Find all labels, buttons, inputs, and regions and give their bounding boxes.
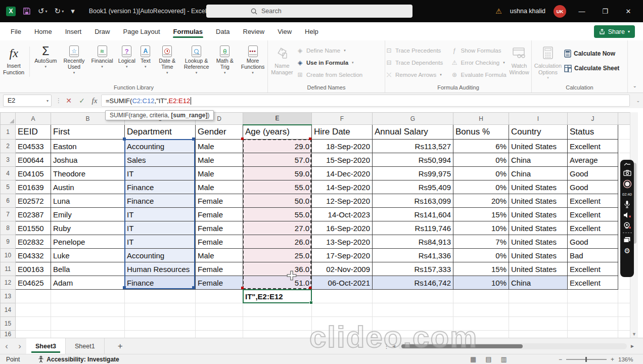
grid-cell[interactable] [312,303,373,317]
column-header-A[interactable]: A [16,113,51,125]
cell-status-3[interactable]: Average [568,153,618,167]
cell-hire-4[interactable]: 14-Dec-2020 [312,167,373,180]
cell-age-10[interactable]: 25.0 [243,249,312,262]
grid-cell[interactable] [509,317,568,331]
cell-bonus-8[interactable]: 10% [453,221,509,235]
cell-salary-3[interactable]: Rs50,994 [373,153,453,167]
cell-eeid-2[interactable]: E04533 [16,140,51,153]
header-cell[interactable]: Bonus % [453,125,509,140]
cell-status-9[interactable]: Good [568,235,618,249]
grid-cell[interactable] [196,290,243,303]
warning-icon[interactable]: ⚠ [495,7,502,15]
define-name-button[interactable]: ◈ Define Name▾ [296,46,362,56]
formula-input[interactable]: =SUMIF(C2:C12,"IT",E2:E12 [101,95,630,107]
cell-first-3[interactable]: Joshua [51,153,125,167]
cell-age-8[interactable]: 27.0 [243,221,312,235]
cell-first-4[interactable]: Theodore [51,167,125,180]
cell-status-4[interactable]: Good [568,167,618,180]
cell-gender-6[interactable]: Female [196,194,243,208]
zoom-slider-thumb[interactable] [585,357,587,362]
redo-button[interactable]: ↻▾ [55,7,64,16]
grid-cell[interactable] [51,331,125,338]
cell-salary-8[interactable]: Rs119,746 [373,221,453,235]
error-checking-button[interactable]: ⚠ Error Checking▾ [451,58,508,68]
cell-dept-11[interactable]: Human Resources [125,262,196,276]
grid-cell[interactable] [453,303,509,317]
column-header-G[interactable]: G [373,113,453,125]
header-cell[interactable]: Status [568,125,618,140]
zoom-in-icon[interactable]: + [611,356,614,363]
trace-dependents-button[interactable]: ⊟ Trace Dependents [385,58,451,68]
grid-cell[interactable] [243,331,312,338]
enter-icon[interactable]: ✓ [76,95,88,107]
grid-cell[interactable] [453,331,509,338]
scroll-right-icon[interactable]: ► [630,343,635,349]
tab-draw[interactable]: Draw [88,23,116,40]
tab-data[interactable]: Data [209,23,236,40]
cell-age-7[interactable]: 55.0 [243,208,312,221]
name-box[interactable]: E2 ▾ [3,95,52,107]
cell-bonus-5[interactable]: 0% [453,180,509,194]
cell-hire-9[interactable]: 13-Sep-2020 [312,235,373,249]
sheet-nav-right-icon[interactable]: › [13,341,26,351]
column-header-k[interactable] [618,113,630,125]
grid-cell[interactable] [243,303,312,317]
cell-eeid-3[interactable]: E00644 [16,153,51,167]
cell-bonus-4[interactable]: 0% [453,167,509,180]
record-button-icon[interactable] [623,179,632,189]
grid-cell[interactable] [618,140,630,153]
cell-salary-6[interactable]: Rs163,099 [373,194,453,208]
cell-status-10[interactable]: Bad [568,249,618,262]
cell-country-6[interactable]: United States [509,194,568,208]
cell-country-9[interactable]: United States [509,235,568,249]
save-icon[interactable] [23,7,31,15]
cell-salary-2[interactable]: Rs113,527 [373,140,453,153]
cell-country-8[interactable]: United States [509,221,568,235]
autosum-button[interactable]: Σ AutoSum▾ [32,43,59,70]
cell-dept-4[interactable]: IT [125,167,196,180]
cell-salary-10[interactable]: Rs41,336 [373,249,453,262]
windows-icon[interactable] [623,237,631,243]
insert-function-fx-icon[interactable]: fx [89,95,100,107]
cell-eeid-5[interactable]: E01639 [16,180,51,194]
cell-eeid-11[interactable]: E00163 [16,262,51,276]
cell-country-5[interactable]: United States [509,180,568,194]
cell-first-5[interactable]: Austin [51,180,125,194]
grid-cell[interactable] [453,290,509,303]
row-header-13[interactable]: 13 [1,290,16,303]
row-header-10[interactable]: 10 [1,249,16,262]
grid-cell[interactable] [125,331,196,338]
row-header-11[interactable]: 11 [1,262,16,276]
header-cell[interactable]: Department [125,125,196,140]
tab-help[interactable]: Help [298,23,325,40]
lookup-reference-button[interactable]: Lookup & Reference▾ [181,43,212,76]
microphone-icon[interactable] [624,200,630,208]
avatar[interactable]: UK [554,5,566,18]
cell-eeid-6[interactable]: E02572 [16,194,51,208]
cell-first-6[interactable]: Luna [51,194,125,208]
cell-status-2[interactable]: Excellent [568,140,618,153]
cell-bonus-3[interactable]: 0% [453,153,509,167]
webcam-icon[interactable] [623,222,631,229]
grid-cell[interactable] [618,317,630,331]
horizontal-scrollbar-thumb[interactable] [401,344,523,348]
cell-dept-3[interactable]: Sales [125,153,196,167]
cell-eeid-4[interactable]: E04105 [16,167,51,180]
cell-hire-11[interactable]: 02-Nov-2009 [312,262,373,276]
header-cell[interactable]: Gender [196,125,243,140]
collapse-ribbon-icon[interactable]: ⌄ [633,83,637,88]
select-all-corner[interactable] [1,113,16,125]
cell-bonus-2[interactable]: 6% [453,140,509,153]
row-header-16[interactable]: 16 [1,331,16,338]
sheet-tab-sheet1[interactable]: Sheet1 [66,338,105,354]
date-time-button[interactable]: Date & Time▾ [153,43,181,76]
grid-cell[interactable] [196,303,243,317]
cell-age-3[interactable]: 57.0 [243,153,312,167]
cell-status-12[interactable]: Excellent [568,276,618,290]
grid-cell[interactable] [51,290,125,303]
cell-hire-12[interactable]: 06-Oct-2021 [312,276,373,290]
row-header-2[interactable]: 2 [1,140,16,153]
cell-salary-11[interactable]: Rs157,333 [373,262,453,276]
column-header-J[interactable]: J [568,113,618,125]
cell-age-12[interactable]: 51.0 [243,276,312,290]
